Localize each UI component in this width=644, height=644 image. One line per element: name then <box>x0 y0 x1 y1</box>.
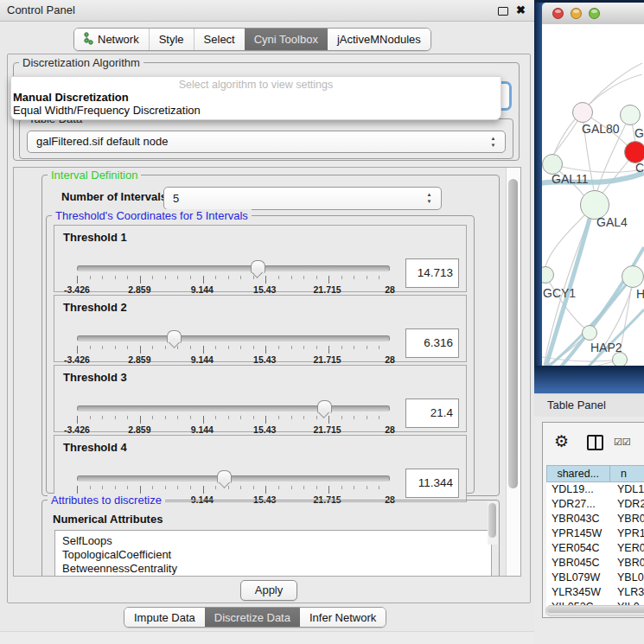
network-canvas[interactable]: GAL80GCGAL11GAL4GCY1HHAP2 <box>542 24 644 366</box>
network-window-titlebar[interactable] <box>542 3 644 25</box>
slider-thumb[interactable] <box>167 330 182 343</box>
table-panel-rows: YDL19...YDL1YDR27...YDR2YBR043CYBR0YPR14… <box>546 482 644 615</box>
attribute-list-item[interactable]: BetweennessCentrality <box>55 562 491 576</box>
cyni-toolbox-panel: Discretization Algorithm Table Data galF… <box>7 54 531 603</box>
threshold-3-slider[interactable]: -3.4262.8599.14415.4321.71528 <box>77 404 390 431</box>
settings-vertical-scrollbar[interactable] <box>506 168 520 576</box>
minimize-traffic-light-icon[interactable] <box>571 8 582 19</box>
threshold-value-input[interactable]: 14.713 <box>405 258 459 288</box>
zoom-traffic-light-icon[interactable] <box>589 8 600 19</box>
network-node-label: GCY1 <box>543 286 576 300</box>
threshold-value-input[interactable]: 21.4 <box>405 399 459 428</box>
threshold-value-input[interactable]: 11.344 <box>405 469 459 498</box>
checkboxes-icon[interactable]: ☑☑ <box>614 437 631 448</box>
right-region: GAL80GCGAL11GAL4GCY1HHAP2 Table Panel ⚙ … <box>534 0 644 644</box>
control-panel: Control Panel ✖ Network Style Select Cyn… <box>0 0 535 644</box>
slider-track[interactable] <box>77 335 390 341</box>
table-row[interactable]: YER054CYER0 <box>546 541 644 556</box>
network-node[interactable] <box>572 102 593 123</box>
numerical-attributes-list[interactable]: SelfLoopsTopologicalCoefficientBetweenne… <box>54 530 492 577</box>
slider-thumb[interactable] <box>317 400 332 413</box>
scrollbar-thumb[interactable] <box>508 179 518 488</box>
spinner-arrows-icon: ▲▼ <box>425 191 433 205</box>
panel-title: Control Panel <box>7 0 75 21</box>
threshold-1-slider[interactable]: -3.4262.8599.14415.4321.71528 <box>77 264 390 291</box>
table-row[interactable]: YDL19...YDL1 <box>546 482 644 497</box>
slider-tick-labels: -3.4262.8599.14415.4321.71528 <box>77 354 390 365</box>
dropdown-option-manual-discretization[interactable]: Manual Discretization <box>13 91 129 104</box>
gear-icon[interactable]: ⚙ <box>554 431 569 451</box>
attributes-to-discretize-group: Attributes to discretize Numerical Attri… <box>41 500 500 577</box>
tab-infer-network[interactable]: Infer Network <box>300 608 386 627</box>
network-node[interactable] <box>582 325 597 341</box>
network-node-label: GAL11 <box>552 172 589 186</box>
slider-ticks <box>77 486 392 494</box>
table-header-row: shared... n <box>546 465 644 482</box>
network-node[interactable] <box>620 105 641 125</box>
tab-label: jActiveMNodules <box>337 33 421 46</box>
slider-track[interactable] <box>77 475 390 481</box>
threshold-2-slider[interactable]: -3.4262.8599.14415.4321.71528 <box>77 334 390 361</box>
threshold-label: Threshold 4 <box>63 441 127 454</box>
table-panel-container: ⚙ ☑☑ shared... n YDL19...YDL1YDR27...YDR… <box>542 422 644 618</box>
network-node[interactable] <box>622 265 644 288</box>
slider-thumb[interactable] <box>217 470 232 483</box>
network-node-label: HAP2 <box>590 341 622 354</box>
table-panel-titlebar: Table Panel <box>534 393 644 418</box>
apply-button[interactable]: Apply <box>240 580 297 601</box>
interval-definition-group: Interval Definition Number of Intervals … <box>41 175 500 496</box>
threshold-4-panel: Threshold 4 -3.4262.8599.14415.4321.7152… <box>54 435 467 502</box>
slider-tick-labels: -3.4262.8599.14415.4321.71528 <box>77 284 390 295</box>
table-row[interactable]: YPR145WYPR1 <box>546 526 644 541</box>
group-title: Discretization Algorithm <box>19 56 143 69</box>
close-traffic-light-icon[interactable] <box>552 8 564 19</box>
threshold-coordinates-group: Threshold's Coordinates for 5 Intervals … <box>46 215 475 494</box>
tab-select[interactable]: Select <box>194 29 245 50</box>
threshold-2-panel: Threshold 2 -3.4262.8599.14415.4321.7152… <box>54 295 467 362</box>
tab-cyni-toolbox[interactable]: Cyni Toolbox <box>245 29 328 50</box>
control-panel-titlebar: Control Panel ✖ <box>0 0 534 22</box>
table-row[interactable]: YLR345WYLR3 <box>546 585 644 600</box>
network-view-window[interactable]: GAL80GCGAL11GAL4GCY1HHAP2 <box>542 3 644 366</box>
tab-jactivemnodules[interactable]: jActiveMNodules <box>328 29 430 50</box>
column-header-name[interactable]: n <box>610 465 644 482</box>
float-window-icon[interactable] <box>498 7 508 16</box>
status-strip <box>0 631 534 644</box>
close-icon[interactable]: ✖ <box>516 3 526 16</box>
tab-network[interactable]: Network <box>74 29 149 50</box>
table-cell: YBR043C <box>546 512 611 526</box>
table-row[interactable]: YBL079WYBL0 <box>546 571 644 585</box>
dropdown-prompt-option[interactable]: Select algorithm to view settings <box>11 79 501 91</box>
group-title: Attributes to discretize <box>48 494 165 507</box>
tab-label: Style <box>159 33 184 46</box>
dropdown-option-equal-width[interactable]: Equal Width/Frequency Discretization <box>13 104 201 117</box>
slider-thumb[interactable] <box>251 260 265 273</box>
attribute-list-item[interactable]: TopologicalCoefficient <box>55 548 491 562</box>
window-frame-edge <box>534 0 542 393</box>
table-cell: YBR0 <box>611 556 644 571</box>
tab-impute-data[interactable]: Impute Data <box>124 608 205 627</box>
split-panel-icon[interactable] <box>587 435 603 450</box>
slider-ticks <box>77 416 392 424</box>
slider-track[interactable] <box>77 405 390 411</box>
top-tabbar: Network Style Select Cyni Toolbox jActiv… <box>73 28 431 51</box>
group-title: Threshold's Coordinates for 5 Intervals <box>52 209 252 222</box>
number-of-intervals-spinner[interactable]: 5 ▲▼ <box>163 187 442 210</box>
attribute-list-item[interactable]: SelfLoops <box>55 534 491 548</box>
slider-track[interactable] <box>77 265 390 271</box>
slider-tick-labels: -3.4262.8599.14415.4321.71528 <box>77 424 390 435</box>
column-header-shared-name[interactable]: shared... <box>546 465 610 482</box>
attributes-list-scrollbar[interactable] <box>488 501 498 545</box>
tab-style[interactable]: Style <box>149 29 194 50</box>
table-row[interactable]: YBR045CYBR0 <box>546 556 644 571</box>
table-row[interactable]: YBR043CYBR0 <box>546 512 644 526</box>
table-data-combobox[interactable]: galFiltered.sif default node ▲▼ <box>27 131 506 153</box>
table-row[interactable]: YDR27...YDR2 <box>546 497 644 512</box>
table-cell: YBL079W <box>546 571 611 585</box>
network-icon <box>84 32 93 48</box>
network-node-label: C <box>635 161 644 175</box>
table-cell: YDR27... <box>546 497 611 512</box>
table-horizontal-scrollbar[interactable] <box>545 605 644 616</box>
threshold-value-input[interactable]: 6.316 <box>405 328 459 358</box>
tab-discretize-data[interactable]: Discretize Data <box>205 608 300 627</box>
